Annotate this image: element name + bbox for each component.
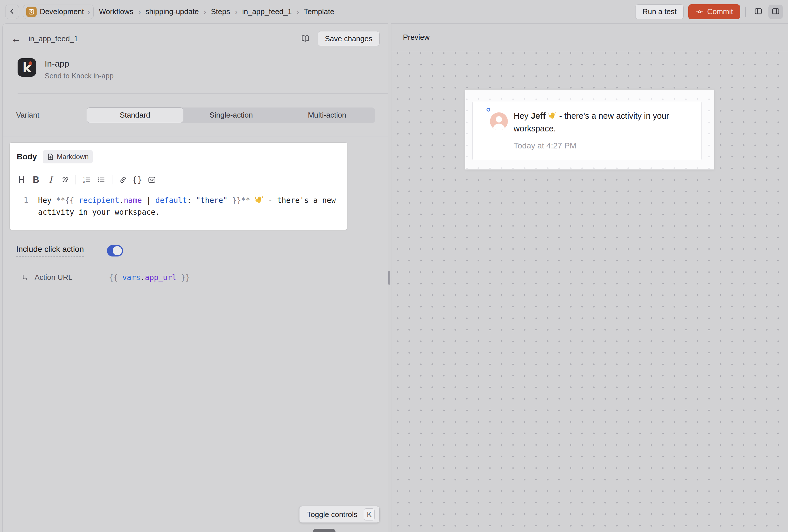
person-icon [490, 112, 508, 130]
app-root: Development › Workflows›shipping-update›… [0, 0, 788, 532]
breadcrumb-item-in_app_feed_1[interactable]: in_app_feed_1 [242, 7, 292, 16]
variant-option-standard[interactable]: Standard [87, 107, 183, 123]
knock-logo: k [18, 58, 36, 77]
panel-left-icon [754, 7, 763, 17]
preview-canvas: Hey Jeff - there's a new activity in you… [391, 51, 788, 532]
variant-segmented-control: StandardSingle-actionMulti-action [87, 107, 375, 123]
back-button[interactable] [5, 5, 19, 19]
include-click-action-label: Include click action [16, 245, 84, 257]
editor-header: ← in_app_feed_1 Save changes [3, 24, 388, 46]
bottom-overlay-peek [313, 529, 335, 532]
body-code-editor[interactable]: 1 Hey **{{ recipient.name | default: "th… [10, 195, 347, 218]
variables-icon[interactable]: {} [130, 173, 145, 186]
chevron-left-icon [8, 7, 16, 16]
markdown-file-icon [47, 153, 54, 160]
environment-switcher[interactable]: Development › [23, 5, 94, 19]
ordered-list-icon[interactable]: 12 [80, 173, 94, 186]
breadcrumb-separator: › [235, 7, 237, 16]
quote-icon[interactable] [58, 173, 72, 186]
feed-preview-container: Hey Jeff - there's a new activity in you… [465, 90, 714, 170]
toggle-left-panel-button[interactable] [751, 5, 766, 19]
breadcrumb-separator: › [138, 7, 141, 16]
breadcrumb-separator: › [203, 7, 206, 16]
svg-text:2: 2 [83, 180, 85, 183]
action-url-label: Action URL [35, 273, 73, 282]
run-test-button[interactable]: Run a test [635, 4, 684, 19]
top-bar: Development › Workflows›shipping-update›… [0, 0, 788, 23]
docs-button[interactable] [300, 34, 310, 44]
keyboard-shortcut-badge: K [364, 508, 375, 520]
knock-logo-dot [28, 61, 32, 65]
preview-title: Preview [403, 33, 430, 42]
unread-indicator [487, 108, 490, 112]
notification-timestamp: Today at 4:27 PM [514, 141, 684, 151]
channel-subtitle: Send to Knock in-app [45, 72, 114, 80]
variant-row: Variant StandardSingle-actionMulti-actio… [3, 94, 388, 137]
book-icon [300, 34, 310, 44]
topbar-divider [745, 7, 746, 17]
breadcrumb-separator: › [296, 7, 299, 16]
breadcrumb-item-template[interactable]: Template [304, 7, 334, 16]
variant-option-single-action[interactable]: Single-action [183, 107, 279, 123]
commit-icon [695, 8, 704, 16]
italic-icon[interactable]: I [43, 173, 58, 186]
variant-label: Variant [16, 111, 39, 120]
panel-right-icon [771, 7, 780, 17]
notification-message: Hey Jeff - there's a new activity in you… [514, 110, 684, 135]
markdown-badge[interactable]: Markdown [43, 150, 93, 163]
breadcrumb: Workflows›shipping-update›Steps›in_app_f… [99, 7, 334, 16]
breadcrumb-item-workflows[interactable]: Workflows [99, 7, 133, 16]
notification-card[interactable]: Hey Jeff - there's a new activity in you… [472, 102, 702, 160]
variant-option-multi-action[interactable]: Multi-action [279, 107, 375, 123]
toolbar-divider [112, 175, 113, 184]
toolbar-divider [76, 175, 76, 184]
save-changes-button[interactable]: Save changes [318, 31, 379, 46]
svg-text:1: 1 [83, 177, 85, 180]
include-click-action-toggle[interactable] [107, 245, 123, 256]
code-block-icon[interactable] [145, 173, 159, 186]
line-number: 1 [20, 195, 32, 218]
channel-title: In-app [45, 59, 114, 68]
step-name: in_app_feed_1 [28, 34, 78, 43]
avatar [490, 112, 508, 130]
wave-emoji [255, 195, 263, 204]
channel-header: k In-app Send to Knock in-app [18, 58, 388, 94]
environment-label: Development [40, 7, 84, 16]
breadcrumb-item-shipping-update[interactable]: shipping-update [145, 7, 199, 16]
code-line: Hey **{{ recipient.name | default: "ther… [38, 195, 339, 218]
recipient-name: Jeff [531, 111, 546, 120]
click-action-section: Include click action Action URL {{ vars.… [3, 230, 388, 282]
commit-button[interactable]: Commit [688, 4, 740, 19]
corner-down-right-icon [21, 273, 29, 282]
link-icon[interactable] [116, 173, 130, 186]
template-editor-panel: ← in_app_feed_1 Save changes k In-app Se… [2, 23, 388, 532]
preview-panel: Preview Hey Jeff - there's a new activit… [391, 23, 788, 532]
formatting-toolbar: HBI12{} [10, 173, 347, 186]
body-label: Body [17, 152, 37, 161]
environment-icon [26, 7, 37, 17]
toggle-right-panel-button[interactable] [768, 5, 783, 19]
panel-resize-handle[interactable] [388, 271, 390, 285]
toggle-controls-button[interactable]: Toggle controls K [299, 506, 379, 523]
body-editor-card: Body Markdown HBI12{} 1 Hey **{{ recipie… [10, 143, 347, 230]
bold-icon[interactable]: B [29, 173, 43, 186]
heading-icon[interactable]: H [15, 173, 29, 186]
bullet-list-icon[interactable] [94, 173, 109, 186]
action-url-value[interactable]: {{ vars.app_url }} [109, 273, 190, 282]
chevron-right-icon: › [87, 7, 90, 16]
preview-header: Preview [391, 24, 788, 51]
breadcrumb-item-steps[interactable]: Steps [211, 7, 230, 16]
editor-back-button[interactable]: ← [11, 34, 21, 43]
wave-emoji [548, 111, 557, 120]
